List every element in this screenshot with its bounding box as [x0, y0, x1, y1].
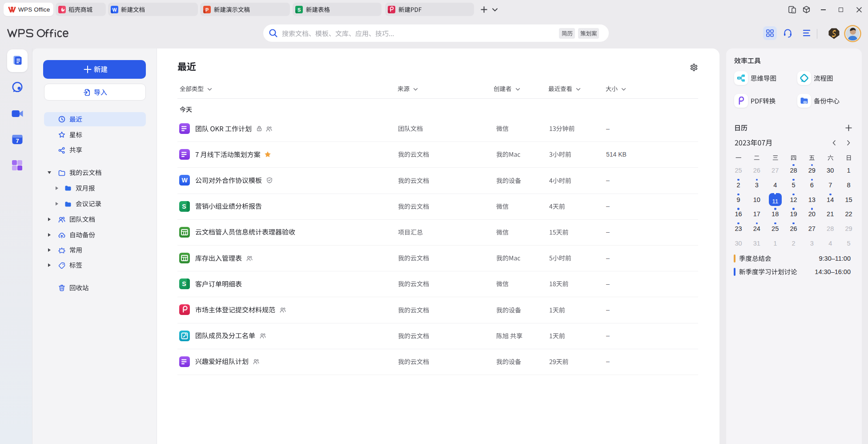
svg-text:7: 7: [16, 137, 19, 144]
svg-text:S: S: [297, 7, 301, 12]
svg-text:P: P: [205, 7, 209, 12]
svg-text:W: W: [181, 177, 188, 184]
svg-text:W: W: [113, 7, 117, 12]
svg-text:S: S: [182, 280, 186, 287]
svg-text:S: S: [182, 203, 186, 210]
